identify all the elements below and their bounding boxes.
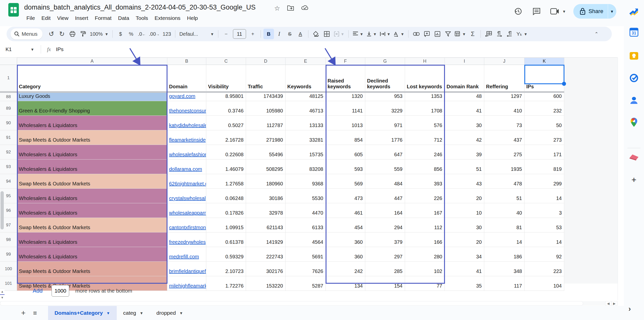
raised-cell[interactable]: 473	[326, 189, 365, 203]
traffic-cell[interactable]: 271980	[246, 130, 286, 145]
visibility-cell[interactable]: 1.46079	[206, 159, 246, 174]
document-title[interactable]: domains_batch_analytics_All_domains_2-20…	[24, 4, 256, 11]
increase-font-size-button[interactable]: +	[248, 29, 258, 39]
lost-cell[interactable]: 280	[405, 247, 445, 262]
text-rotation-button[interactable]: ▼	[392, 29, 406, 39]
domain-cell[interactable]: medrefill.com	[167, 247, 206, 262]
column-header-H[interactable]: H	[405, 58, 445, 65]
keywords-cell[interactable]: 46713	[286, 101, 326, 116]
row-header-93[interactable]: 93	[0, 159, 17, 174]
reffering-cell[interactable]: 275	[484, 145, 525, 159]
sheet-tab-menu-caret[interactable]: ▼	[179, 311, 183, 315]
keywords-cell[interactable]: 13133	[286, 116, 326, 130]
category-cell[interactable]: Luxury Goods	[17, 93, 167, 101]
reffering-cell[interactable]: 1935	[484, 159, 525, 174]
category-cell[interactable]: Swap Meets & Outdoor Markets	[17, 174, 167, 189]
reffering-cell[interactable]: 478	[484, 174, 525, 189]
column-header-K[interactable]: K	[525, 58, 564, 65]
table-views-button[interactable]: ▼	[453, 29, 467, 39]
declined-cell[interactable]: 294	[365, 218, 405, 232]
traffic-cell[interactable]: 32978	[246, 203, 286, 218]
ips-cell[interactable]: 273	[525, 130, 564, 145]
rank-cell[interactable]: 20	[445, 189, 484, 203]
declined-cell[interactable]: 647	[365, 145, 405, 159]
reffering-cell[interactable]: 186	[484, 247, 525, 262]
sheet-direction-button[interactable]	[483, 29, 494, 39]
lost-cell[interactable]: 112	[405, 218, 445, 232]
lost-cell[interactable]: 1353	[405, 93, 445, 101]
category-cell[interactable]: Wholesalers & Liquidators	[17, 247, 167, 262]
domain-link[interactable]: dollarama.com	[169, 166, 202, 172]
category-cell[interactable]: Swap Meets & Outdoor Markets	[17, 262, 167, 276]
declined-cell[interactable]: 379	[365, 232, 405, 247]
horizontal-align-button[interactable]: ▼	[351, 29, 365, 39]
rank-cell[interactable]: 51	[445, 159, 484, 174]
font-size-input[interactable]: 11	[233, 29, 246, 39]
keywords-cell[interactable]: 5691	[286, 247, 326, 262]
domain-cell[interactable]: thehonestconsur	[167, 101, 206, 116]
header-cell-I1[interactable]: Domain Rank	[445, 65, 484, 91]
calendar-icon[interactable]: 31	[628, 27, 639, 38]
create-filter-button[interactable]	[443, 29, 453, 39]
se-ranking-addon-icon[interactable]	[628, 6, 639, 17]
domain-link[interactable]: brimfieldantiquef	[169, 268, 206, 274]
lost-cell[interactable]: 166	[405, 232, 445, 247]
vertical-scrollbar-thumb[interactable]	[1, 191, 4, 229]
reffering-cell[interactable]: 14	[484, 232, 525, 247]
horizontal-scrollbar-thumb[interactable]	[0, 301, 583, 306]
formula-input[interactable]: IPs	[56, 46, 63, 52]
share-button[interactable]: Share ▼	[573, 4, 616, 19]
redo-button[interactable]: ↻	[57, 29, 67, 39]
row-header-99[interactable]: 99	[0, 247, 17, 262]
star-icon[interactable]: ☆	[274, 5, 280, 12]
increase-decimal-button[interactable]: .00→	[147, 29, 161, 39]
sheet-tab-dropped[interactable]: dropped▼	[150, 306, 190, 320]
header-cell-H1[interactable]: Lost keywords	[405, 65, 445, 91]
get-addons-button[interactable]: +	[628, 174, 639, 185]
raised-cell[interactable]: 569	[326, 174, 365, 189]
all-sheets-button[interactable]: ≡	[33, 309, 37, 317]
sheets-logo-icon[interactable]	[8, 3, 19, 17]
visibility-cell[interactable]: 0.59329	[206, 247, 246, 262]
domain-link[interactable]: fleamarketinside	[169, 137, 206, 143]
reffering-cell[interactable]: 437	[484, 130, 525, 145]
menu-help[interactable]: Help	[184, 14, 201, 22]
traffic-cell[interactable]: 55496	[246, 145, 286, 159]
domain-link[interactable]: wholesaleapparr	[169, 210, 206, 216]
font-family-control[interactable]: Defaul...▼	[178, 29, 216, 39]
menu-insert[interactable]: Insert	[72, 14, 92, 22]
ips-cell[interactable]: 3	[525, 203, 564, 218]
visibility-cell[interactable]: 2.16728	[206, 130, 246, 145]
declined-cell[interactable]: 297	[365, 247, 405, 262]
domain-link[interactable]: wholesalefashion	[169, 152, 206, 157]
format-percent-button[interactable]: %	[126, 29, 136, 39]
domain-cell[interactable]: wholesalefashion	[167, 145, 206, 159]
traffic-cell[interactable]: 621143	[246, 218, 286, 232]
header-cell-D1[interactable]: Traffic	[246, 65, 286, 91]
category-cell[interactable]: Wholesalers & Liquidators	[17, 145, 167, 159]
scroll-up-button[interactable]: ▲	[0, 289, 5, 294]
column-header-B[interactable]: B	[167, 58, 206, 65]
column-header-I[interactable]: I	[445, 58, 484, 65]
rank-cell[interactable]: 42	[445, 130, 484, 145]
column-header-E[interactable]: E	[286, 58, 326, 65]
cloud-status-icon[interactable]	[301, 5, 309, 12]
traffic-cell[interactable]: 1743439	[246, 93, 286, 101]
lost-cell[interactable]: 167	[405, 203, 445, 218]
traffic-cell[interactable]: 508295	[246, 159, 286, 174]
column-header-G[interactable]: G	[365, 58, 405, 65]
menu-tools[interactable]: Tools	[133, 14, 151, 22]
add-sheet-button[interactable]: +	[21, 309, 26, 317]
lost-cell[interactable]: 246	[405, 145, 445, 159]
vertical-align-button[interactable]: ▼	[365, 29, 378, 39]
merge-cells-button[interactable]: ▼	[332, 29, 346, 39]
reffering-cell[interactable]: 410	[484, 101, 525, 116]
raised-cell[interactable]: 360	[326, 247, 365, 262]
rank-cell[interactable]: 35	[445, 276, 484, 291]
raised-cell[interactable]: 360	[326, 232, 365, 247]
header-cell-G1[interactable]: Declined keywords	[365, 65, 405, 91]
row-header-92[interactable]: 92	[0, 145, 17, 159]
keep-icon[interactable]	[628, 50, 639, 61]
traffic-cell[interactable]: 105980	[246, 101, 286, 116]
declined-cell[interactable]: 3229	[365, 101, 405, 116]
